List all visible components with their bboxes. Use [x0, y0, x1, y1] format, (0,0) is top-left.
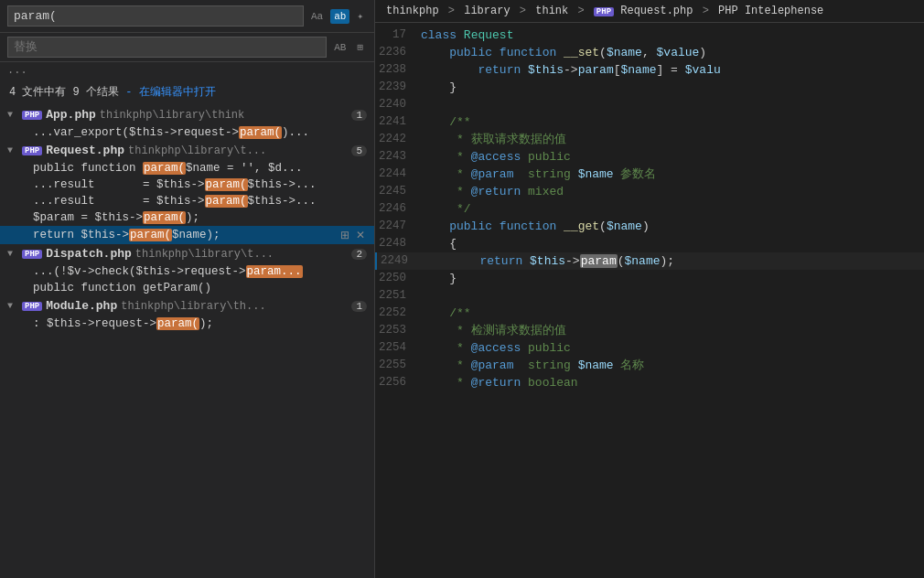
- replace-action-btn[interactable]: ⊞: [353, 39, 367, 55]
- line-number: 2256: [375, 374, 421, 391]
- replace-input[interactable]: [7, 37, 327, 58]
- file-group-dispatch: ▼ PHP Dispatch.php thinkphp\library\t...…: [0, 244, 374, 296]
- line-number: 2244: [375, 166, 421, 183]
- result-text: ...var_export($this->request->param()...: [33, 126, 309, 139]
- search-bar: Aa ab ✦: [0, 0, 374, 33]
- replace-single-btn[interactable]: ⊞: [338, 228, 351, 242]
- file-name: Request.php: [46, 144, 124, 157]
- code-line: 2238 return $this->param[$name] = $valu: [375, 61, 924, 79]
- code-editor[interactable]: 17 class Request 2236 public function __…: [375, 23, 924, 578]
- line-number: 2240: [375, 96, 421, 113]
- result-text: : $this->request->param();: [33, 317, 213, 330]
- php-badge: PHP: [22, 146, 42, 155]
- result-icons: ⊞ ✕: [338, 228, 367, 242]
- result-item-active[interactable]: return $this->param($name); ⊞ ✕: [0, 226, 374, 244]
- result-item[interactable]: $param = $this->param();: [0, 209, 374, 226]
- line-content: public function __get($name): [421, 218, 906, 235]
- code-line: 2246 */: [375, 200, 924, 218]
- result-item[interactable]: ...var_export($this->request->param()...: [0, 124, 374, 141]
- breadcrumb-text: thinkphp > library > think > PHP Request…: [386, 5, 823, 17]
- code-line: 2250 }: [375, 270, 924, 287]
- file-name: Dispatch.php: [46, 247, 132, 261]
- search-panel: Aa ab ✦ AB ⊞ ... 4 文件中有 9 个结果 - 在编辑器中打开 …: [0, 0, 375, 578]
- dismiss-btn[interactable]: ✕: [354, 228, 367, 242]
- line-content: * @return boolean: [421, 374, 906, 391]
- result-text: public function getParam(): [33, 282, 211, 294]
- code-line: 2236 public function __set($name, $value…: [375, 44, 924, 61]
- line-content: /**: [421, 113, 906, 131]
- line-content: {: [421, 235, 906, 252]
- line-content: return $this->param[$name] = $valu: [421, 61, 906, 79]
- line-content: * @access public: [421, 148, 906, 166]
- file-name: Module.php: [46, 299, 117, 313]
- file-name: App.php: [46, 108, 96, 122]
- replace-case-btn[interactable]: AB: [330, 40, 349, 55]
- line-number: 2246: [375, 200, 421, 218]
- results-summary: 4 文件中有 9 个结果 - 在编辑器中打开: [0, 79, 374, 105]
- line-content: }: [421, 79, 906, 96]
- line-number: 2239: [375, 79, 421, 96]
- line-content: * @param string $name 名称: [421, 357, 906, 374]
- php-badge: PHP: [22, 250, 42, 259]
- line-number: 2253: [375, 322, 421, 339]
- result-text: return $this->param($name);: [33, 229, 220, 241]
- file-header-app[interactable]: ▼ PHP App.php thinkphp\library\think 1: [0, 105, 374, 124]
- code-panel: thinkphp > library > think > PHP Request…: [375, 0, 924, 578]
- line-number: 2241: [375, 113, 421, 131]
- code-line: 2242 * 获取请求数据的值: [375, 131, 924, 148]
- line-content: * @return mixed: [421, 183, 906, 200]
- line-number: 2254: [375, 339, 421, 357]
- search-input[interactable]: [7, 5, 304, 27]
- chevron-icon: ▼: [7, 249, 18, 259]
- result-text: public function param($name = '', $d...: [33, 162, 303, 175]
- code-line-active: 2249 return $this->param($name);: [375, 252, 924, 270]
- php-badge: PHP: [22, 111, 42, 120]
- result-item[interactable]: public function param($name = '', $d...: [0, 160, 374, 177]
- result-item[interactable]: ...result = $this->param($this->...: [0, 177, 374, 193]
- whole-word-btn[interactable]: ab: [330, 9, 349, 24]
- more-options[interactable]: ...: [0, 62, 374, 79]
- file-header-dispatch[interactable]: ▼ PHP Dispatch.php thinkphp\library\t...…: [0, 244, 374, 263]
- count-badge: 5: [351, 145, 367, 156]
- code-line: 2255 * @param string $name 名称: [375, 357, 924, 374]
- open-in-editor-link[interactable]: - 在编辑器中打开: [125, 86, 215, 99]
- results-count: 4 文件中有 9 个结果: [9, 86, 119, 99]
- case-sensitive-btn[interactable]: Aa: [307, 9, 327, 24]
- line-content: */: [421, 200, 906, 218]
- result-item[interactable]: ...(!$v->check($this->request->param...: [0, 263, 374, 280]
- result-item[interactable]: ...result = $this->param($this->...: [0, 193, 374, 209]
- chevron-icon: ▼: [7, 145, 18, 155]
- line-number: 2250: [375, 270, 421, 287]
- line-content: * 获取请求数据的值: [421, 131, 906, 148]
- line-number: 2245: [375, 183, 421, 200]
- replace-bar: AB ⊞: [0, 33, 374, 62]
- line-number: 2248: [375, 235, 421, 252]
- regex-btn[interactable]: ✦: [353, 8, 367, 24]
- line-content: return $this->param($name);: [423, 252, 906, 270]
- breadcrumb: thinkphp > library > think > PHP Request…: [375, 0, 924, 23]
- file-header-module[interactable]: ▼ PHP Module.php thinkphp\library\th... …: [0, 296, 374, 316]
- result-item[interactable]: public function getParam(): [0, 280, 374, 296]
- count-badge: 2: [351, 249, 367, 260]
- code-line: 2251: [375, 287, 924, 305]
- file-group-request: ▼ PHP Request.php thinkphp\library\t... …: [0, 141, 374, 244]
- line-number: 2255: [375, 357, 421, 374]
- file-path: thinkphp\library\t...: [128, 144, 348, 157]
- code-line: 2244 * @param string $name 参数名: [375, 166, 924, 183]
- result-text: ...result = $this->param($this->...: [33, 178, 317, 191]
- line-content: }: [421, 270, 906, 287]
- line-number: 2243: [375, 148, 421, 166]
- code-line: 2248 {: [375, 235, 924, 252]
- php-badge: PHP: [22, 302, 42, 311]
- code-line: 2247 public function __get($name): [375, 218, 924, 235]
- file-header-request[interactable]: ▼ PHP Request.php thinkphp\library\t... …: [0, 141, 374, 160]
- result-text: ...result = $this->param($this->...: [33, 195, 317, 208]
- results-list: ▼ PHP App.php thinkphp\library\think 1 .…: [0, 105, 374, 578]
- line-number: 2247: [375, 218, 421, 235]
- file-path: thinkphp\library\think: [100, 109, 349, 122]
- line-number: 2252: [375, 305, 421, 322]
- result-item[interactable]: : $this->request->param();: [0, 316, 374, 332]
- line-number: 2249: [377, 252, 423, 270]
- line-number: 2242: [375, 131, 421, 148]
- code-line: 2239 }: [375, 79, 924, 96]
